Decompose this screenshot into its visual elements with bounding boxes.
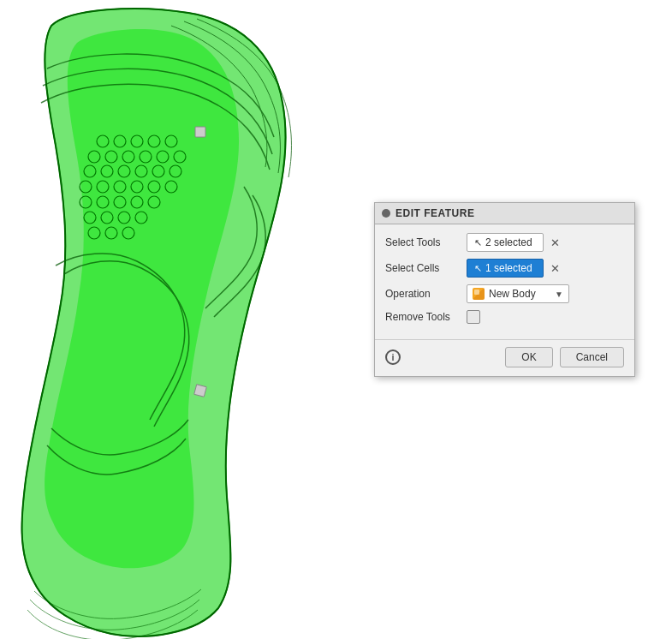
dialog-title: EDIT FEATURE (395, 207, 474, 219)
select-tools-value: 2 selected (485, 236, 532, 248)
svg-rect-36 (194, 385, 207, 397)
select-tools-clear-button[interactable]: ✕ (548, 237, 562, 248)
select-cells-row: Select Cells ↖ 1 selected ✕ (385, 259, 624, 278)
operation-dropdown[interactable]: New Body ▼ (467, 284, 569, 303)
remove-tools-label: Remove Tools (385, 311, 467, 323)
footer-buttons: OK Cancel (505, 347, 624, 367)
ok-button[interactable]: OK (505, 347, 552, 367)
info-icon[interactable]: i (385, 349, 401, 365)
select-tools-control: ↖ 2 selected ✕ (467, 233, 624, 252)
cancel-button[interactable]: Cancel (560, 347, 624, 367)
operation-label: Operation (385, 288, 467, 300)
select-cells-label: Select Cells (385, 262, 467, 274)
cursor-icon: ↖ (474, 237, 482, 248)
dialog-collapse-icon[interactable] (382, 209, 390, 218)
operation-value: New Body (489, 288, 536, 300)
dialog-title-bar: EDIT FEATURE (375, 203, 634, 224)
remove-tools-row: Remove Tools (385, 310, 624, 324)
svg-rect-35 (195, 127, 205, 137)
select-tools-row: Select Tools ↖ 2 selected ✕ (385, 233, 624, 252)
select-cells-control: ↖ 1 selected ✕ (467, 259, 624, 278)
select-cells-value: 1 selected (485, 262, 532, 274)
new-body-icon (473, 288, 485, 300)
dialog-footer: i OK Cancel (375, 339, 634, 376)
operation-row: Operation New Body ▼ (385, 284, 624, 303)
select-tools-button[interactable]: ↖ 2 selected (467, 233, 544, 252)
operation-control: New Body ▼ (467, 284, 624, 303)
remove-tools-control (467, 310, 624, 324)
select-cells-button[interactable]: ↖ 1 selected (467, 259, 544, 278)
select-cells-clear-button[interactable]: ✕ (548, 263, 562, 274)
operation-dropdown-left: New Body (473, 288, 536, 300)
select-tools-label: Select Tools (385, 236, 467, 248)
cursor-select-icon: ↖ (474, 263, 482, 274)
edit-feature-dialog: EDIT FEATURE Select Tools ↖ 2 selected ✕… (374, 202, 635, 377)
dialog-body: Select Tools ↖ 2 selected ✕ Select Cells… (375, 224, 634, 339)
dropdown-arrow-icon: ▼ (555, 290, 563, 299)
remove-tools-checkbox[interactable] (467, 310, 480, 324)
